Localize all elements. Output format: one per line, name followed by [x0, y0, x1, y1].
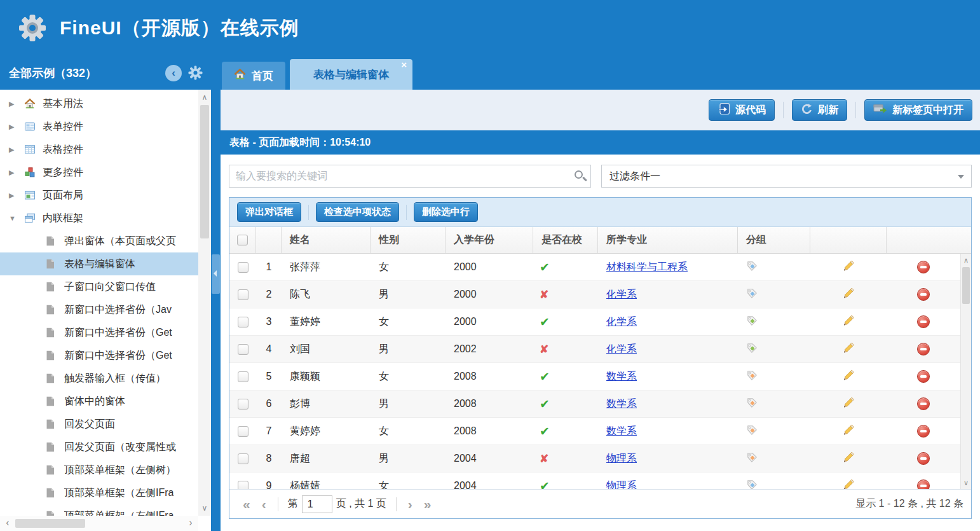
- edit-pencil-icon[interactable]: [842, 451, 855, 466]
- row-checkbox[interactable]: [238, 481, 248, 490]
- major-link[interactable]: 物理系: [606, 452, 637, 465]
- major-link[interactable]: 化学系: [606, 288, 637, 301]
- row-checkbox[interactable]: [238, 262, 248, 273]
- delete-icon[interactable]: [917, 343, 930, 355]
- table-row[interactable]: 4刘国男2002✘化学系: [229, 336, 960, 363]
- table-row[interactable]: 9杨婧婧女2004✔物理系: [229, 472, 960, 489]
- source-code-button[interactable]: 源代码: [709, 99, 775, 121]
- open-in-new-tab-button[interactable]: 新标签页中打开: [864, 99, 972, 121]
- delete-icon[interactable]: [917, 261, 930, 273]
- row-checkbox[interactable]: [238, 399, 248, 410]
- row-checkbox[interactable]: [238, 453, 248, 464]
- check-selected-button[interactable]: 检查选中项状态: [316, 202, 399, 222]
- sidebar-item[interactable]: 顶部菜单框架（左侧IFra: [0, 504, 198, 516]
- search-input[interactable]: [229, 165, 590, 187]
- table-row[interactable]: 6彭博男2008✔数学系: [229, 390, 960, 418]
- delete-icon[interactable]: [917, 370, 930, 383]
- table-row[interactable]: 2陈飞男2000✘化学系: [229, 281, 960, 308]
- splitter-collapse-handle[interactable]: [212, 254, 220, 294]
- sidebar-settings-gear-icon[interactable]: [187, 65, 203, 81]
- column-header-at-school[interactable]: 是否在校: [533, 227, 598, 253]
- scroll-down-icon[interactable]: ∨: [961, 477, 971, 488]
- delete-selected-button[interactable]: 删除选中行: [414, 202, 478, 222]
- page-number-input[interactable]: [302, 495, 332, 513]
- scroll-left-icon[interactable]: ‹: [1, 516, 14, 531]
- column-header-year[interactable]: 入学年份: [446, 227, 533, 253]
- scrollbar-thumb[interactable]: [962, 267, 970, 304]
- sidebar-item[interactable]: 回发父页面: [0, 413, 198, 436]
- tree-collapsed-arrow-icon[interactable]: ▶: [9, 169, 24, 177]
- sidebar-item[interactable]: ▶表格控件: [0, 138, 198, 161]
- row-checkbox[interactable]: [238, 426, 248, 437]
- sidebar-item[interactable]: 弹出窗体（本页面或父页: [0, 230, 198, 252]
- tree-collapsed-arrow-icon[interactable]: ▶: [9, 123, 24, 131]
- sidebar-splitter[interactable]: [211, 56, 221, 531]
- sidebar-item[interactable]: 回发父页面（改变属性或: [0, 436, 198, 459]
- tree-expanded-arrow-icon[interactable]: ▼: [9, 214, 24, 222]
- refresh-button[interactable]: 刷新: [792, 99, 847, 121]
- row-checkbox[interactable]: [238, 289, 248, 300]
- edit-pencil-icon[interactable]: [842, 259, 855, 275]
- sidebar-item[interactable]: 触发器输入框（传值）: [0, 367, 198, 390]
- table-row[interactable]: 3董婷婷女2000✔化学系: [229, 308, 960, 336]
- edit-pencil-icon[interactable]: [842, 478, 855, 489]
- sidebar-item[interactable]: ▶表单控件: [0, 115, 198, 138]
- major-link[interactable]: 数学系: [606, 370, 637, 383]
- scroll-up-icon[interactable]: ∧: [198, 91, 211, 104]
- sidebar-item[interactable]: 顶部菜单框架（左侧树）: [0, 459, 198, 481]
- table-row[interactable]: 1张萍萍女2000✔材料科学与工程系: [229, 254, 960, 281]
- sidebar-item[interactable]: 新窗口中选择省份（Get: [0, 344, 198, 367]
- tree-collapsed-arrow-icon[interactable]: ▶: [9, 146, 24, 154]
- column-header-gender[interactable]: 性别: [371, 227, 446, 253]
- scroll-up-icon[interactable]: ∧: [961, 254, 971, 266]
- first-page-icon[interactable]: «: [243, 498, 250, 511]
- open-dialog-button[interactable]: 弹出对话框: [237, 202, 301, 222]
- sidebar-item[interactable]: ▶基本用法: [0, 92, 198, 115]
- select-all-checkbox[interactable]: [237, 235, 248, 245]
- delete-icon[interactable]: [917, 315, 930, 328]
- scrollbar-thumb[interactable]: [15, 519, 85, 528]
- column-header-major[interactable]: 所学专业: [598, 227, 738, 253]
- major-link[interactable]: 化学系: [606, 343, 637, 356]
- sidebar-item[interactable]: 新窗口中选择省份（Jav: [0, 298, 198, 321]
- edit-pencil-icon[interactable]: [842, 314, 855, 329]
- major-link[interactable]: 数学系: [606, 425, 637, 438]
- delete-icon[interactable]: [917, 479, 930, 489]
- table-row[interactable]: 8唐超男2004✘物理系: [229, 445, 960, 472]
- sidebar-item[interactable]: 表格与编辑窗体: [0, 252, 198, 275]
- sidebar-item[interactable]: ▼内联框架: [0, 207, 198, 230]
- major-link[interactable]: 数学系: [606, 397, 637, 411]
- tree-collapsed-arrow-icon[interactable]: ▶: [9, 191, 24, 200]
- sidebar-item[interactable]: 窗体中的窗体: [0, 390, 198, 413]
- scrollbar-thumb[interactable]: [200, 105, 209, 238]
- sidebar-item[interactable]: ▶页面布局: [0, 184, 198, 207]
- sidebar-item[interactable]: ▶更多控件: [0, 161, 198, 184]
- close-tab-icon[interactable]: ×: [401, 60, 407, 69]
- sidebar-item[interactable]: 顶部菜单框架（左侧IFra: [0, 481, 198, 504]
- row-checkbox[interactable]: [238, 371, 248, 382]
- last-page-icon[interactable]: »: [424, 498, 432, 511]
- row-checkbox[interactable]: [238, 317, 248, 328]
- column-header-group[interactable]: 分组: [738, 227, 810, 253]
- sidebar-item[interactable]: 子窗口向父窗口传值: [0, 275, 198, 298]
- major-link[interactable]: 化学系: [606, 315, 637, 329]
- next-page-icon[interactable]: ›: [408, 498, 412, 511]
- scroll-right-icon[interactable]: ›: [184, 516, 197, 531]
- column-header-name[interactable]: 姓名: [282, 227, 371, 253]
- edit-pencil-icon[interactable]: [842, 369, 855, 384]
- tree-collapsed-arrow-icon[interactable]: ▶: [9, 100, 24, 108]
- row-checkbox[interactable]: [238, 344, 248, 355]
- delete-icon[interactable]: [917, 288, 930, 301]
- table-row[interactable]: 5康颖颖女2008✔数学系: [229, 363, 960, 390]
- delete-icon[interactable]: [917, 425, 930, 438]
- prev-page-icon[interactable]: ‹: [262, 498, 266, 511]
- delete-icon[interactable]: [917, 452, 930, 465]
- edit-pencil-icon[interactable]: [842, 396, 855, 411]
- sidebar-horizontal-scrollbar[interactable]: ‹ ›: [0, 516, 198, 531]
- sidebar-vertical-scrollbar[interactable]: ∧ ∨: [198, 90, 211, 516]
- edit-pencil-icon[interactable]: [842, 341, 855, 357]
- scroll-down-icon[interactable]: ∨: [198, 502, 211, 514]
- search-icon[interactable]: [575, 170, 583, 179]
- table-vertical-scrollbar[interactable]: ∧ ∨: [960, 254, 971, 489]
- delete-icon[interactable]: [917, 397, 930, 410]
